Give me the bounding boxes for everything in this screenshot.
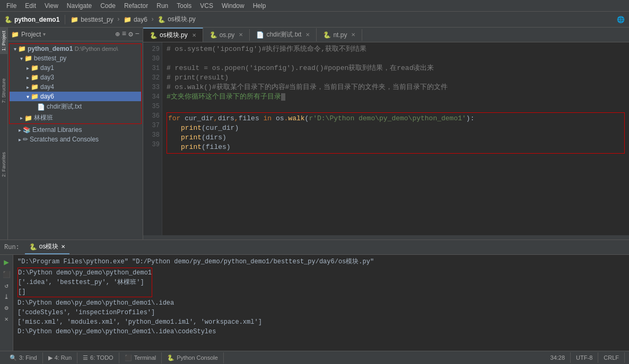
- run-tab-close[interactable]: ✕: [61, 244, 65, 250]
- run-label: Run:: [4, 244, 20, 251]
- run-settings-btn[interactable]: ⚙: [4, 304, 8, 312]
- menu-help[interactable]: Help: [249, 1, 270, 11]
- breadcrumb-file[interactable]: 🐍 os模块.py: [158, 15, 196, 24]
- tree-extlib[interactable]: ▸ 📚 External Libraries: [8, 125, 143, 135]
- menu-run[interactable]: Run: [152, 1, 172, 11]
- output-highlight-box: D:\Python demo\py_demo\python_demo1 ['.i…: [18, 268, 152, 297]
- root-folder-icon: 📁: [18, 45, 26, 52]
- tree-root[interactable]: ▾ 📁 python_demo1 D:\Python demo\: [10, 44, 141, 54]
- sidebar-minimize-btn[interactable]: −: [135, 30, 139, 39]
- tab-nt-icon: 🐍: [323, 31, 331, 39]
- status-encoding[interactable]: UTF-8: [571, 352, 598, 363]
- editor-tabs: 🐍 os模块.py ✕ 🐍 os.py ✕ 📄 chdir测试.txt ✕ 🐍 …: [143, 28, 629, 42]
- menu-window[interactable]: Window: [217, 1, 249, 11]
- tree-day3[interactable]: ▸ 📁 day3: [10, 73, 141, 82]
- run-play-btn[interactable]: ▶: [4, 257, 9, 268]
- menu-tools[interactable]: Tools: [172, 1, 196, 11]
- code-line-33: # os.walk()#获取某个目录下的内容#当前目录，当前目录下的文件夹，当前…: [167, 83, 625, 92]
- output-line-4: D:\Python demo\py_demo\python_demo1\.ide…: [18, 298, 625, 308]
- line-numbers: 29 30 31 32 33 34 35 36 37 38 39: [143, 42, 162, 235]
- toolbar-separator: [65, 15, 65, 24]
- day6-icon: 📁: [31, 93, 39, 100]
- tree-scratches[interactable]: ▸ ✏ Scratches and Consoles: [8, 135, 143, 144]
- horizontal-scrollbar[interactable]: [143, 235, 629, 239]
- tree-day4[interactable]: ▸ 📁 day4: [10, 82, 141, 92]
- sidebar-locate-btn[interactable]: ⊕: [115, 30, 119, 39]
- menu-view[interactable]: View: [40, 1, 63, 11]
- tree-besttest[interactable]: ▾ 📁 besttest_py: [10, 54, 141, 63]
- vtab-project[interactable]: 1: Project: [0, 28, 7, 54]
- sidebar-settings-btn[interactable]: ⚙: [128, 30, 133, 39]
- menu-refactor[interactable]: Refactor: [120, 1, 152, 11]
- folder-icon: 📁: [11, 31, 19, 38]
- arrow-day1: ▸: [24, 65, 31, 71]
- arrow-day3: ▸: [24, 75, 31, 81]
- vtab-favorites[interactable]: 2: Favorites: [0, 149, 7, 180]
- sidebar-title: 📁 Project ▾: [11, 31, 46, 38]
- arrow-besttest: ▾: [18, 56, 24, 61]
- sidebar-collapse-btn[interactable]: ≡: [122, 30, 126, 39]
- tab-nt[interactable]: 🐍 nt.py ✕: [317, 29, 362, 41]
- run-stop-btn[interactable]: ⬛: [3, 271, 11, 279]
- code-line-39: print(files): [168, 143, 623, 152]
- code-line-38: print(dirs): [168, 133, 623, 143]
- output-line-5: ['codeStyles', 'inspectionProfiles']: [18, 308, 625, 317]
- code-line-37: print(cur_dir): [168, 123, 623, 133]
- tab-os-module[interactable]: 🐍 os模块.py ✕: [143, 28, 203, 42]
- breadcrumb-besttest[interactable]: 📁 besttest_py: [71, 16, 113, 23]
- menu-file[interactable]: File: [2, 1, 21, 11]
- arrow-linkban: ▸: [18, 115, 24, 121]
- bottom-nav: 🔍 3: Find ▶ 4: Run ☰ 6: TODO ⬛ Terminal …: [0, 351, 629, 364]
- settings-button[interactable]: 🌐: [617, 16, 625, 23]
- nav-todo[interactable]: ☰ 6: TODO: [77, 352, 119, 363]
- code-line-29: # os.system('ipconfig')#执行操作系统命令,获取不到结果: [167, 45, 625, 54]
- nav-python-console[interactable]: 🐍 Python Console: [162, 352, 224, 363]
- tab-run-os[interactable]: 🐍 os模块 ✕: [25, 240, 69, 254]
- nav-terminal[interactable]: ⬛ Terminal: [119, 352, 162, 363]
- tab-os-py-icon: 🐍: [209, 31, 217, 39]
- status-crlf[interactable]: CRLF: [598, 352, 625, 363]
- code-line-30: [167, 54, 625, 64]
- code-line-35: [167, 102, 625, 111]
- run-sidebar: ▶ ⬛ ↺ ⤓ ⚙ ✕: [0, 255, 13, 351]
- tab-os-py-close[interactable]: ✕: [239, 32, 243, 38]
- status-line-col[interactable]: 34:28: [545, 352, 571, 363]
- menu-code[interactable]: Code: [96, 1, 120, 11]
- extlib-icon: 📚: [23, 126, 31, 134]
- tree-day1[interactable]: ▸ 📁 day1: [10, 63, 141, 73]
- code-editor[interactable]: 29 30 31 32 33 34 35 36 37 38 39 # os.sy…: [143, 42, 629, 235]
- menu-vcs[interactable]: VCS: [196, 1, 217, 11]
- tab-nt-close[interactable]: ✕: [351, 32, 355, 38]
- arrow-scratches: ▸: [16, 137, 23, 143]
- tree-day6[interactable]: ▾ 📁 day6: [10, 92, 141, 101]
- vtab-structure[interactable]: 7: Structure: [0, 75, 7, 106]
- tab-os-py[interactable]: 🐍 os.py ✕: [203, 29, 250, 41]
- todo-icon: ☰: [83, 354, 88, 361]
- menu-navigate[interactable]: Navigate: [63, 1, 96, 11]
- run-rerun-btn[interactable]: ↺: [4, 282, 8, 290]
- output-cmd-line: "D:\Program Files\python.exe" "D:/Python…: [18, 257, 625, 267]
- breadcrumb-day6[interactable]: 📁 day6: [124, 16, 147, 23]
- output-area[interactable]: "D:\Program Files\python.exe" "D:/Python…: [13, 255, 629, 351]
- menu-edit[interactable]: Edit: [21, 1, 40, 11]
- project-selector[interactable]: 🐍 python_demo1: [4, 16, 59, 23]
- run-scroll-end-btn[interactable]: ⤓: [4, 293, 9, 301]
- tree-linkban[interactable]: ▸ 📁 林棵班: [10, 112, 141, 123]
- besttest-folder-icon: 📁: [24, 55, 32, 62]
- run-icon: ▶: [48, 354, 53, 361]
- tree-chdir[interactable]: 📄 chdir测试.txt: [10, 101, 141, 112]
- output-line-3: []: [18, 287, 152, 297]
- sidebar-header: 📁 Project ▾ ⊕ ≡ ⚙ −: [8, 28, 143, 41]
- run-close-btn[interactable]: ✕: [4, 315, 8, 323]
- nav-find[interactable]: 🔍 3: Find: [4, 352, 43, 363]
- tab-chdir[interactable]: 📄 chdir测试.txt ✕: [250, 28, 317, 41]
- run-py-icon: 🐍: [29, 243, 37, 251]
- code-line-32: # print(result): [167, 73, 625, 83]
- editor-panel: 🐍 os模块.py ✕ 🐍 os.py ✕ 📄 chdir测试.txt ✕ 🐍 …: [143, 28, 629, 239]
- tab-chdir-close[interactable]: ✕: [305, 32, 310, 38]
- tab-os-close[interactable]: ✕: [192, 32, 196, 38]
- code-content[interactable]: # os.system('ipconfig')#执行操作系统命令,获取不到结果 …: [162, 42, 629, 235]
- output-line-7: D:\Python demo\py_demo\python_demo1\.ide…: [18, 327, 625, 336]
- nav-run[interactable]: ▶ 4: Run: [43, 352, 77, 363]
- toolbar: 🐍 python_demo1 📁 besttest_py › 📁 day6 › …: [0, 12, 629, 28]
